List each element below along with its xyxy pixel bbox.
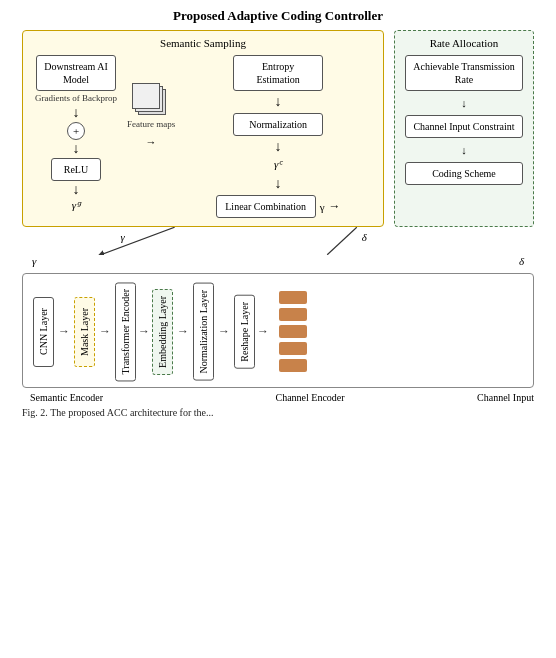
- rate-allocation-label: Rate Allocation: [403, 37, 525, 49]
- semantic-encoder-group: CNN Layer → Mask Layer → Transformer Enc…: [33, 282, 136, 381]
- arrow-mask-transformer: →: [97, 324, 113, 339]
- transformer-encoder-box: Transformer Encoder: [115, 282, 136, 381]
- ci-rect-3: [279, 325, 307, 338]
- channel-encoder-label: Channel Encoder: [275, 392, 344, 403]
- gamma-delta-labels: γ δ: [32, 255, 524, 267]
- ci-rect-2: [279, 308, 307, 321]
- arrow-down-3: ↓: [73, 183, 80, 197]
- bottom-section: CNN Layer → Mask Layer → Transformer Enc…: [22, 273, 534, 388]
- caption: Fig. 2. The proposed ACC architecture fo…: [22, 407, 534, 418]
- channel-input-visual: [279, 282, 307, 381]
- diagram-title: Proposed Adaptive Coding Controller: [4, 0, 552, 30]
- arrow-down-1: ↓: [73, 106, 80, 120]
- arrow-cnn-mask: →: [56, 324, 72, 339]
- reshape-layer-box: Reshape Layer: [234, 295, 255, 369]
- ra-arrow-1: ↓: [461, 97, 467, 109]
- gradients-label: Gradients of Backprop: [35, 93, 117, 104]
- delta-arrow-label: δ: [519, 255, 524, 267]
- bottom-inner: CNN Layer → Mask Layer → Transformer Enc…: [33, 282, 523, 381]
- arrow-down-4: ↓: [275, 95, 282, 109]
- arrow-to-channel-input: →: [255, 282, 271, 381]
- arrow-to-plus: →: [146, 136, 157, 148]
- gamma-arrow-label: γ: [32, 255, 36, 267]
- channel-encoder-group: Embedding Layer → Normalization Layer → …: [152, 282, 255, 381]
- svg-text:γ: γ: [120, 231, 125, 243]
- ci-rect-1: [279, 291, 307, 304]
- arrow-to-channel: →: [136, 282, 152, 381]
- linear-combo-row: Linear Combination γ →: [216, 195, 341, 218]
- ci-rect-4: [279, 342, 307, 355]
- connector-svg: γ δ: [22, 227, 534, 255]
- semantic-sampling-label: Semantic Sampling: [31, 37, 375, 49]
- rate-allocation-box: Rate Allocation Achievable Transmission …: [394, 30, 534, 227]
- arrow-right-gamma: →: [329, 199, 341, 214]
- channel-input-constraint-box: Channel Input Constraint: [405, 115, 523, 138]
- svg-line-1: [327, 227, 357, 255]
- ci-rect-5: [279, 359, 307, 372]
- arrow-norm-reshape: →: [216, 324, 232, 339]
- feature-maps-visual: [132, 83, 170, 117]
- semantic-sampling-box: Semantic Sampling Downstream AI Model Gr…: [22, 30, 384, 227]
- connector-area: γ δ: [22, 227, 534, 255]
- semantic-encoder-label: Semantic Encoder: [30, 392, 103, 403]
- gamma-output: γ: [320, 201, 325, 213]
- downstream-model-box: Downstream AI Model: [36, 55, 116, 91]
- normalization-box: Normalization: [233, 113, 323, 136]
- achievable-transmission-box: Achievable Transmission Rate: [405, 55, 523, 91]
- normalization-layer-box: Normalization Layer: [193, 283, 214, 381]
- arrow-down-2: ↓: [73, 142, 80, 156]
- feature-maps-label: Feature maps: [127, 119, 175, 130]
- coding-scheme-box: Coding Scheme: [405, 162, 523, 185]
- channel-input-label: Channel Input: [477, 392, 534, 403]
- bottom-section-labels: Semantic Encoder Channel Encoder Channel…: [22, 392, 534, 403]
- rate-allocation-inner: Achievable Transmission Rate ↓ Channel I…: [403, 55, 525, 185]
- cnn-layer-box: CNN Layer: [33, 297, 54, 367]
- arrow-down-5: ↓: [275, 140, 282, 154]
- relu-box: ReLU: [51, 158, 101, 181]
- plus-node: +: [67, 122, 85, 140]
- svg-line-0: [101, 227, 175, 255]
- gamma-c-label: γᶜ: [274, 158, 282, 171]
- linear-combination-box: Linear Combination: [216, 195, 316, 218]
- top-section: Semantic Sampling Downstream AI Model Gr…: [22, 30, 534, 227]
- arrow-embed-norm: →: [175, 324, 191, 339]
- svg-text:δ: δ: [362, 231, 368, 243]
- gamma-g-label: γᵍ: [72, 199, 80, 212]
- entropy-estimation-box: Entropy Estimation: [233, 55, 323, 91]
- arrow-down-6: ↓: [275, 177, 282, 191]
- ra-arrow-2: ↓: [461, 144, 467, 156]
- embedding-layer-box: Embedding Layer: [152, 289, 173, 375]
- mask-layer-box: Mask Layer: [74, 297, 95, 367]
